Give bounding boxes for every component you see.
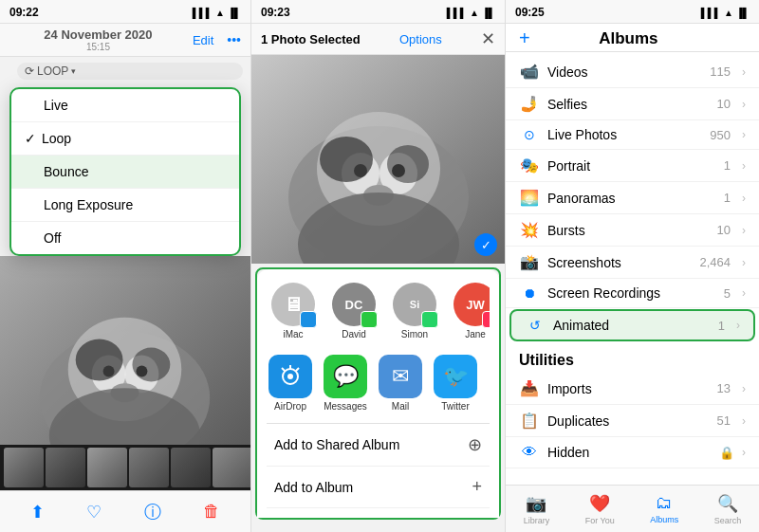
thumb-3[interactable]: [87, 448, 127, 487]
loop-button-container: ⟳ LOOP ▾: [0, 57, 250, 83]
screenshots-icon: 📸: [519, 253, 540, 271]
share-messages[interactable]: 💬 Messages: [324, 355, 367, 412]
videos-count: 115: [710, 64, 731, 79]
imports-icon: 📥: [519, 379, 540, 397]
share-airdrop[interactable]: AirDrop: [268, 355, 312, 412]
david-name: David: [342, 329, 366, 339]
add-to-album-action[interactable]: Add to Album +: [267, 467, 490, 508]
twitter-icon: 🐦: [434, 355, 477, 398]
loop-chevron-icon: ▾: [71, 66, 76, 76]
thumb-6[interactable]: [213, 448, 250, 487]
panel2-selection-bar: 1 Photo Selected Options ✕: [251, 24, 505, 55]
dropdown-off-label: Off: [44, 230, 61, 246]
album-imports[interactable]: 📥 Imports 13 ›: [506, 373, 759, 405]
utilities-section-header: Utilities: [506, 342, 759, 373]
jane-avatar: JW: [454, 283, 490, 326]
album-screenshots[interactable]: 📸 Screenshots 2,464 ›: [506, 247, 759, 279]
lock-icon: 🔒: [719, 446, 734, 460]
mail-icon: ✉: [379, 355, 422, 398]
share-actions: Add to Shared Album ⊕ Add to Album +: [267, 423, 490, 508]
selected-count-label: 1 Photo Selected: [261, 32, 361, 46]
album-live-photos[interactable]: ⊙ Live Photos 950 ›: [506, 120, 759, 150]
bursts-label: Bursts: [547, 223, 710, 238]
dropdown-item-long-exposure[interactable]: Long Exposure: [11, 189, 239, 222]
loop-label: LOOP: [37, 64, 68, 78]
panel3-status-bar: 09:25 ▌▌▌ ▲ ▐▌: [506, 0, 759, 24]
library-tab-label: Library: [524, 516, 550, 525]
svg-line-25: [282, 368, 285, 371]
p2-battery-icon: ▐▌: [482, 8, 495, 18]
share-apps-row: AirDrop 💬 Messages ✉ Mail 🐦 Twitter: [267, 349, 490, 417]
panel1-edit-button[interactable]: Edit: [193, 33, 213, 47]
add-album-icon: +: [472, 477, 482, 497]
contact-david[interactable]: DC David: [329, 283, 379, 339]
dropdown-bounce-label: Bounce: [44, 164, 88, 179]
album-portrait[interactable]: 🎭 Portrait 1 ›: [506, 150, 759, 182]
tab-search[interactable]: 🔍 Search: [714, 493, 742, 525]
imports-chevron-icon: ›: [742, 382, 746, 395]
panoramas-icon: 🌅: [519, 189, 540, 207]
live-photos-label: Live Photos: [547, 127, 702, 142]
add-to-album-label: Add to Album: [274, 480, 353, 495]
jane-app-badge: [482, 311, 490, 328]
panel1-status-icons: ▌▌▌ ▲ ▐▌: [193, 8, 241, 18]
dropdown-loop-label: Loop: [42, 131, 71, 146]
contact-simon[interactable]: Si Simon: [390, 283, 439, 339]
options-button[interactable]: Options: [399, 32, 442, 46]
bursts-chevron-icon: ›: [742, 224, 746, 237]
tab-albums[interactable]: 🗂 Albums: [650, 493, 678, 524]
dropdown-item-off[interactable]: Off: [11, 222, 239, 254]
panel1-main-photo: [0, 256, 250, 445]
screen-recordings-count: 5: [724, 286, 731, 301]
dropdown-live-label: Live: [44, 98, 68, 113]
p2-wifi-icon: ▲: [470, 8, 479, 18]
selfies-count: 10: [717, 97, 731, 111]
album-videos[interactable]: 📹 Videos 115 ›: [506, 56, 759, 88]
simon-initials: Si: [410, 299, 419, 310]
info-icon[interactable]: ⓘ: [144, 501, 161, 523]
svg-point-19: [320, 137, 373, 182]
contact-imac[interactable]: 🖥 iMac: [268, 283, 318, 339]
album-bursts[interactable]: 💥 Bursts 10 ›: [506, 214, 759, 247]
album-duplicates[interactable]: 📋 Duplicates 51 ›: [506, 405, 759, 437]
dropdown-item-live[interactable]: Live: [11, 89, 239, 122]
selection-check-badge: ✓: [474, 233, 497, 256]
loop-button[interactable]: ⟳ LOOP ▾: [17, 63, 243, 80]
panoramas-count: 1: [724, 191, 731, 205]
trash-icon[interactable]: 🗑: [203, 502, 220, 522]
album-screen-recordings[interactable]: ⏺ Screen Recordings 5 ›: [506, 279, 759, 308]
tab-library[interactable]: 📷 Library: [524, 493, 550, 525]
david-app-badge: [361, 311, 378, 328]
panel1-more-button[interactable]: •••: [227, 32, 241, 47]
add-to-shared-album-action[interactable]: Add to Shared Album ⊕: [267, 424, 490, 467]
album-panoramas[interactable]: 🌅 Panoramas 1 ›: [506, 182, 759, 214]
album-list: 📹 Videos 115 › 🤳 Selfies 10 › ⊙ Live Pho…: [506, 52, 759, 485]
search-tab-label: Search: [714, 516, 742, 525]
close-button[interactable]: ✕: [481, 28, 495, 49]
contact-jane[interactable]: JW Jane: [451, 283, 490, 339]
signal-icon: ▌▌▌: [193, 8, 213, 18]
share-twitter[interactable]: 🐦 Twitter: [434, 355, 477, 412]
share-mail[interactable]: ✉ Mail: [379, 355, 422, 412]
live-photos-icon: ⊙: [519, 127, 540, 142]
animated-label: Animated: [553, 318, 711, 333]
thumb-1[interactable]: [4, 448, 44, 487]
thumb-4[interactable]: [129, 448, 169, 487]
tab-for-you[interactable]: ❤️ For You: [585, 493, 615, 525]
svg-line-26: [296, 368, 299, 371]
dropdown-item-loop[interactable]: ✓ Loop: [11, 122, 239, 156]
album-hidden[interactable]: 👁 Hidden 🔒 ›: [506, 437, 759, 468]
thumb-2[interactable]: [46, 448, 85, 487]
p3-battery-icon: ▐▌: [736, 8, 750, 18]
portrait-count: 1: [724, 158, 731, 173]
album-animated[interactable]: ↺ Animated 1 ›: [509, 309, 755, 341]
add-album-button[interactable]: +: [519, 28, 530, 49]
heart-icon[interactable]: ♡: [86, 502, 102, 523]
hidden-label: Hidden: [547, 445, 700, 460]
thumb-5[interactable]: [171, 448, 211, 487]
dropdown-item-bounce[interactable]: Bounce: [11, 156, 239, 189]
album-selfies[interactable]: 🤳 Selfies 10 ›: [506, 88, 759, 120]
panel-3: 09:25 ▌▌▌ ▲ ▐▌ + Albums 📹 Videos 115 › 🤳…: [506, 0, 759, 532]
share-icon[interactable]: ⬆: [30, 502, 45, 523]
hidden-icon: 👁: [519, 444, 540, 461]
